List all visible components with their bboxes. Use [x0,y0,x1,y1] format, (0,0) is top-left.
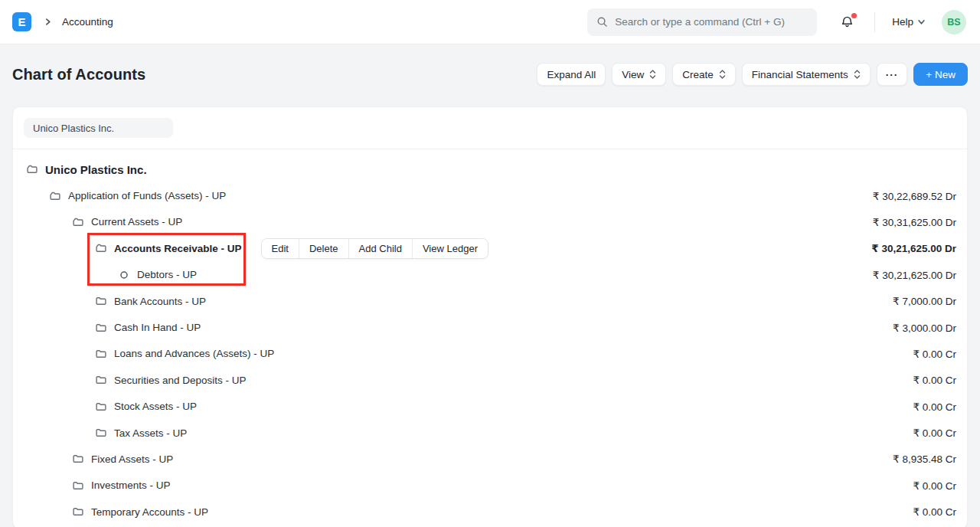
folder-icon [95,401,107,413]
account-label: Investments - UP [91,480,171,491]
account-balance: ₹ 0.00 Cr [913,480,956,492]
account-label: Current Assets - UP [91,216,182,227]
account-balance: ₹ 30,22,689.52 Dr [873,190,956,202]
chevron-updown-icon [854,69,861,80]
folder-icon [72,453,84,465]
folder-icon [95,322,107,334]
folder-open-icon [95,242,107,254]
chevron-updown-icon [649,69,656,80]
user-avatar[interactable]: BS [942,10,966,34]
page-actions: Expand All View Create Financial Stateme… [537,63,968,86]
account-label: Loans and Advances (Assets) - UP [114,348,274,359]
expand-all-button[interactable]: Expand All [537,63,606,86]
folder-icon [72,480,84,492]
account-balance: ₹ 0.00 Cr [913,348,956,360]
account-label: Bank Accounts - UP [114,296,206,307]
account-label: Accounts Receivable - UP [114,243,242,254]
notification-dot [851,13,857,18]
new-button[interactable]: + New [913,63,968,86]
account-balance: ₹ 0.00 Cr [913,401,956,413]
account-label: Tax Assets - UP [114,427,187,439]
expand-all-label: Expand All [547,69,596,80]
account-balance: ₹ 30,21,625.00 Dr [871,242,956,254]
create-dropdown-button[interactable]: Create [672,63,736,86]
edit-button[interactable]: Edit [262,239,299,258]
financial-statements-label: Financial Statements [752,69,848,80]
folder-icon [95,348,107,360]
folder-icon [95,427,107,439]
help-label: Help [892,16,913,28]
account-label: Temporary Accounts - UP [91,506,208,518]
account-tree: Unico Plastics Inc.Application of Funds … [13,149,967,527]
account-label: Fixed Assets - UP [91,453,173,465]
chevron-right-icon [44,18,51,25]
folder-open-icon [49,190,61,202]
search-input[interactable] [615,16,808,28]
tree-row[interactable]: Stock Assets - UP₹ 0.00 Cr [13,394,967,420]
create-label: Create [682,69,714,80]
global-search[interactable] [587,8,817,36]
tree-row[interactable]: Investments - UP₹ 0.00 Cr [13,473,967,499]
account-label: Unico Plastics Inc. [45,163,147,176]
account-balance: ₹ 3,000.00 Dr [893,322,956,334]
account-label: Securities and Deposits - UP [114,375,247,386]
financial-statements-dropdown-button[interactable]: Financial Statements [742,63,871,86]
account-label: Cash In Hand - UP [114,322,201,333]
tree-row[interactable]: Cash In Hand - UP₹ 3,000.00 Dr [13,314,967,340]
folder-open-icon [72,216,84,228]
company-filter[interactable]: Unico Plastics Inc. [24,118,173,138]
help-menu[interactable]: Help [892,16,925,28]
account-balance: ₹ 7,000.00 Dr [893,295,956,307]
folder-icon [95,374,107,386]
chevron-updown-icon [719,69,726,80]
more-menu-button[interactable]: ··· [877,63,908,86]
view-label: View [622,69,644,80]
view-dropdown-button[interactable]: View [612,63,666,86]
tree-row[interactable]: Debtors - UP₹ 30,21,625.00 Dr [13,262,967,288]
app-logo-icon[interactable]: E [12,12,31,31]
view-ledger-button[interactable]: View Ledger [412,239,488,258]
tree-row[interactable]: Current Assets - UP₹ 30,31,625.00 Dr [13,209,967,235]
account-balance: ₹ 0.00 Cr [913,506,956,518]
notifications-button[interactable] [840,15,854,29]
tree-row[interactable]: Securities and Deposits - UP₹ 0.00 Cr [13,367,967,393]
folder-open-icon [26,163,38,175]
account-balance: ₹ 30,21,625.00 Dr [873,269,956,281]
account-label: Application of Funds (Assets) - UP [68,190,226,201]
page-head: Chart of Accounts Expand All View Create… [0,44,980,86]
navbar: E Accounting Help BS [0,0,980,44]
tree-row[interactable]: Loans and Advances (Assets) - UP₹ 0.00 C… [13,341,967,367]
account-balance: ₹ 0.00 Cr [913,374,956,386]
tree-row[interactable]: Accounts Receivable - UPEditDeleteAdd Ch… [13,235,967,261]
tree-row[interactable]: Fixed Assets - UP₹ 8,935.48 Cr [13,446,967,472]
delete-button[interactable]: Delete [299,239,348,258]
chevron-down-icon [918,18,925,25]
breadcrumb-accounting[interactable]: Accounting [62,16,113,28]
page-title: Chart of Accounts [12,66,145,83]
tree-row[interactable]: Temporary Accounts - UP₹ 0.00 Cr [13,499,967,525]
node-context-toolbar: EditDeleteAdd ChildView Ledger [261,238,488,259]
account-balance: ₹ 8,935.48 Cr [893,453,956,465]
navbar-divider [874,12,875,32]
tree-row[interactable]: Application of Funds (Assets) - UP₹ 30,2… [13,182,967,208]
leaf-icon [118,269,130,281]
folder-icon [72,506,84,518]
account-label: Debtors - UP [137,269,197,280]
folder-icon [95,295,107,307]
chart-of-accounts-card: Unico Plastics Inc. Unico Plastics Inc.A… [12,106,968,527]
account-label: Stock Assets - UP [114,401,197,412]
tree-row[interactable]: Bank Accounts - UP₹ 7,000.00 Dr [13,288,967,314]
navbar-right: Help BS [587,8,966,36]
account-balance: ₹ 0.00 Cr [913,427,956,439]
account-balance: ₹ 30,31,625.00 Dr [873,216,956,228]
tree-row[interactable]: Unico Plastics Inc. [13,156,967,182]
filter-row: Unico Plastics Inc. [13,107,967,149]
search-icon [596,16,608,28]
add-child-button[interactable]: Add Child [348,239,412,258]
tree-row[interactable]: Tax Assets - UP₹ 0.00 Cr [13,420,967,446]
